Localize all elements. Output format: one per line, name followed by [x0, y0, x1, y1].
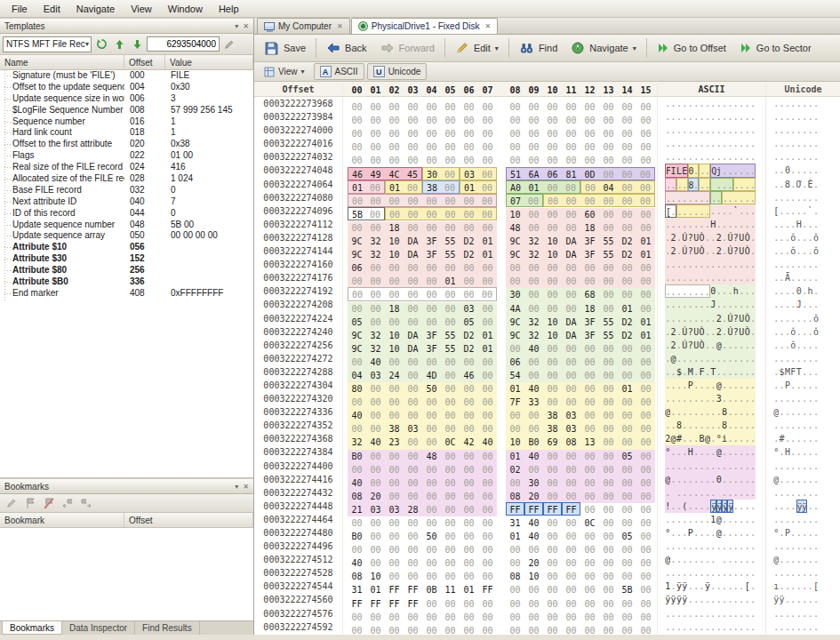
hex-row[interactable]: 00032222740965B0000000000000010000000600… — [254, 204, 840, 218]
ascii-char[interactable]: . — [750, 419, 756, 432]
unicode-char[interactable]: . — [813, 473, 819, 486]
column-header-offset[interactable]: Offset — [124, 55, 165, 69]
hex-row[interactable]: 0003222274176000000000001000000000000000… — [254, 271, 840, 284]
template-field-row[interactable]: Base FILE record0320 — [0, 185, 253, 196]
hex-row[interactable]: 0003222273984000000000000000000000000000… — [254, 110, 840, 124]
column-header-bookmark[interactable]: Bookmark — [0, 513, 124, 527]
hex-row[interactable]: 00032222744482103032800000000FFFFFFFF000… — [254, 500, 840, 513]
panel-close-icon[interactable]: ✕ — [243, 483, 249, 491]
unicode-char[interactable]: . — [813, 365, 819, 379]
hex-row[interactable]: 0003222274560FFFFFFFF0000000000000000000… — [254, 593, 840, 606]
ascii-char[interactable]: . — [750, 124, 756, 137]
unicode-char[interactable]: . — [813, 137, 819, 150]
hex-row[interactable]: 000322227404846494C4530000300516A06810D0… — [254, 164, 840, 177]
hex-row[interactable]: 000322227422405000000000005009C3210DA3F5… — [254, 312, 840, 325]
unicode-char[interactable]: . — [813, 553, 819, 566]
ascii-char[interactable]: . — [750, 150, 756, 164]
template-field-row[interactable]: Allocated size of the FILE record0281 02… — [0, 173, 253, 185]
hex-row[interactable]: 0003222274080000000000000000007000000000… — [254, 191, 840, 204]
bottom-tab-data-inspector[interactable]: Data Inspector — [62, 621, 135, 635]
ascii-char[interactable]: . — [750, 620, 756, 634]
hex-row[interactable]: 0003222274336400000000000000000003803000… — [254, 405, 840, 419]
hex-row[interactable]: 00032222745443101FFFF0B1101FF00000000000… — [254, 580, 840, 593]
hex-row[interactable]: 0003222274400000000000000000002000000000… — [254, 460, 840, 473]
hex-row[interactable]: 0003222274416400000000000000000300000000… — [254, 473, 840, 486]
column-header-value[interactable]: Value — [165, 55, 253, 69]
unicode-char[interactable]: . — [813, 191, 819, 204]
hex-row[interactable]: 0003222274192000000000000000030000000680… — [254, 284, 840, 298]
unicode-char[interactable]: . — [813, 97, 819, 110]
unicode-char[interactable]: . — [813, 486, 819, 500]
ascii-char[interactable]: . — [750, 352, 756, 365]
hex-offset-label[interactable]: 0003222274368 — [254, 432, 343, 445]
find-button[interactable]: Find — [513, 37, 564, 59]
back-button[interactable]: Back — [320, 37, 372, 59]
hex-offset-label[interactable]: 0003222274352 — [254, 419, 343, 432]
hex-offset-label[interactable]: 0003222274096 — [254, 204, 343, 218]
template-field-row[interactable]: Hard link count0181 — [0, 127, 253, 139]
hex-offset-label[interactable]: 0003222274288 — [254, 365, 343, 379]
hex-row[interactable]: 0003222274304800000005000000001400000000… — [254, 379, 840, 392]
unicode-char[interactable]: . — [813, 218, 819, 231]
template-field-row[interactable]: Attribute $B0336 — [0, 276, 253, 288]
unicode-char[interactable]: . — [813, 392, 819, 405]
ascii-toggle-button[interactable]: A ASCII — [314, 63, 364, 80]
ascii-char[interactable]: . — [750, 445, 756, 459]
hex-row[interactable]: 0003222274160060000000000000000000000000… — [254, 258, 840, 271]
hex-byte[interactable]: 00 — [441, 624, 460, 635]
hex-row[interactable]: 0003222274016000000000000000000000000000… — [254, 137, 840, 150]
ascii-char[interactable]: . — [750, 553, 756, 566]
bottom-tab-bookmarks[interactable]: Bookmarks — [2, 621, 62, 635]
tab-physicaldrive1-fixed-disk[interactable]: PhysicalDrive1 - Fixed Disk✕ — [351, 18, 498, 34]
ascii-char[interactable]: . — [750, 164, 756, 177]
unicode-char[interactable]: . — [813, 258, 819, 271]
add-bookmark-button[interactable] — [22, 495, 38, 511]
template-field-row[interactable]: Attribute $30152 — [0, 253, 253, 265]
hex-byte[interactable]: 00 — [506, 624, 524, 635]
hex-offset-label[interactable]: 0003222274560 — [254, 593, 343, 606]
unicode-char[interactable]: . — [813, 110, 819, 124]
hex-offset-label[interactable]: 0003222274272 — [254, 352, 343, 365]
unicode-char[interactable]: ǒ — [813, 231, 819, 244]
ascii-char[interactable]: . — [750, 339, 756, 352]
template-offset-input[interactable] — [147, 36, 220, 52]
ascii-char[interactable]: . — [750, 271, 756, 284]
unicode-toggle-button[interactable]: U Unicode — [367, 63, 428, 80]
template-field-row[interactable]: Sequence number0161 — [0, 116, 253, 128]
template-select[interactable]: NTFS MFT File Recor ▾ — [3, 36, 92, 52]
ascii-char[interactable]: . — [750, 97, 756, 110]
hex-byte[interactable]: 00 — [562, 624, 580, 635]
unicode-char[interactable]: . — [813, 284, 819, 298]
unicode-char[interactable]: . — [813, 593, 819, 606]
hex-offset-label[interactable]: 0003222274240 — [254, 325, 343, 339]
column-header-bookmark-offset[interactable]: Offset — [124, 513, 253, 527]
remove-bookmark-button[interactable] — [41, 495, 57, 511]
unicode-char[interactable]: [ — [813, 580, 819, 593]
hex-offset-label[interactable]: 0003222274432 — [254, 486, 343, 500]
hex-offset-label[interactable]: 0003222274336 — [254, 405, 343, 419]
hex-byte[interactable]: 00 — [348, 624, 366, 635]
hex-byte[interactable]: 00 — [385, 624, 404, 635]
hex-row[interactable]: 00032222741289C3210DA3F55D2019C3210DA3F5… — [254, 231, 840, 244]
save-button[interactable]: Save — [258, 37, 312, 60]
hex-offset-label[interactable]: 0003222274320 — [254, 392, 343, 405]
unicode-char[interactable]: . — [813, 405, 819, 419]
hex-row[interactable]: 0003222274272004000000000000006000000000… — [254, 352, 840, 365]
hex-row[interactable]: 0003222274480B00000005000000001400000000… — [254, 526, 840, 540]
forward-button[interactable]: Forward — [374, 37, 441, 59]
hex-byte[interactable]: 00 — [460, 624, 478, 635]
hex-offset-label[interactable]: 0003222274480 — [254, 526, 343, 540]
hex-offset-label[interactable]: 0003222274464 — [254, 513, 343, 526]
unicode-char[interactable]: . — [813, 607, 819, 620]
unicode-char[interactable]: ǒ — [813, 312, 819, 325]
ascii-char[interactable]: . — [750, 473, 756, 486]
unicode-char[interactable]: . — [813, 298, 819, 311]
ascii-char[interactable]: . — [750, 540, 756, 553]
menu-view[interactable]: View — [123, 2, 160, 16]
hex-row[interactable]: 00032222741449C3210DA3F55D2019C3210DA3F5… — [254, 244, 840, 258]
ascii-char[interactable]: . — [750, 405, 756, 419]
hex-row[interactable]: 00032222742569C3210DA3F55D20100400000000… — [254, 339, 840, 352]
hex-offset-label[interactable]: 0003222274544 — [254, 580, 343, 593]
close-icon[interactable]: ✕ — [337, 22, 343, 30]
hex-row[interactable]: 0003222274592000000000000000000000000000… — [254, 620, 840, 634]
